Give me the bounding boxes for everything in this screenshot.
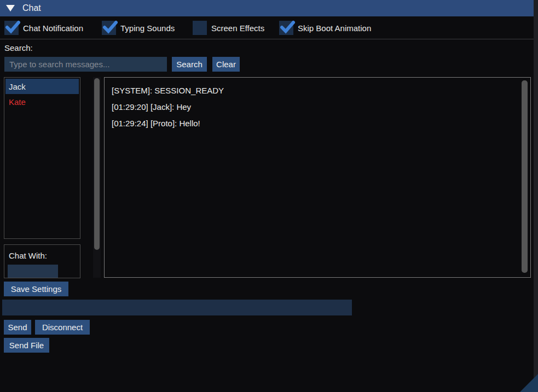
user-list-item-jack[interactable]: Jack: [5, 79, 79, 94]
checkbox-icon[interactable]: [102, 21, 116, 35]
chat-log[interactable]: [SYSTEM]: SESSION_READY [01:29:20] [Jack…: [104, 77, 531, 278]
scrollbar-thumb[interactable]: [94, 78, 100, 250]
chat-panel-header[interactable]: Chat: [0, 0, 534, 16]
divider: [0, 39, 534, 39]
chat-window: Chat Chat Notification Typing Sounds Scr…: [0, 0, 538, 392]
chat-message: [01:29:20] [Jack]: Hey: [112, 99, 523, 115]
chat-with-label: Chat With:: [9, 251, 80, 260]
chat-with-panel: Chat With:: [4, 244, 80, 278]
search-input[interactable]: [4, 57, 167, 72]
checkbox-chat-notification[interactable]: Chat Notification: [4, 21, 83, 35]
checkbox-screen-effects[interactable]: Screen Effects: [193, 21, 264, 35]
checkbox-skip-boot-animation[interactable]: Skip Boot Animation: [279, 21, 371, 35]
checkbox-label: Chat Notification: [23, 24, 83, 33]
message-list: [SYSTEM]: SESSION_READY [01:29:20] [Jack…: [105, 78, 530, 137]
chat-message: [01:29:24] [Proto]: Hello!: [112, 115, 523, 132]
right-edge-strip: [534, 0, 538, 392]
search-button[interactable]: Search: [172, 57, 207, 72]
save-settings-button[interactable]: Save Settings: [4, 282, 68, 296]
panel-title: Chat: [22, 3, 41, 13]
chat-with-input[interactable]: [8, 265, 58, 278]
clear-button[interactable]: Clear: [212, 57, 240, 72]
checkbox-icon[interactable]: [279, 21, 293, 35]
search-label: Search:: [4, 43, 33, 52]
chat-scrollbar-thumb[interactable]: [522, 80, 528, 273]
checkbox-label: Screen Effects: [211, 24, 264, 33]
resize-grip[interactable]: [520, 374, 538, 392]
checkbox-label: Typing Sounds: [120, 24, 175, 33]
checkbox-label: Skip Boot Animation: [298, 24, 371, 33]
checkbox-typing-sounds[interactable]: Typing Sounds: [102, 21, 175, 35]
chat-message: [SYSTEM]: SESSION_READY: [112, 83, 523, 99]
collapse-triangle-icon: [6, 5, 15, 11]
checkbox-icon[interactable]: [4, 21, 19, 35]
user-list: Jack Kate: [4, 77, 80, 239]
send-button[interactable]: Send: [4, 320, 31, 335]
send-file-button[interactable]: Send File: [4, 338, 49, 353]
disconnect-button[interactable]: Disconnect: [35, 320, 90, 335]
user-list-item-kate[interactable]: Kate: [5, 94, 79, 109]
checkbox-icon[interactable]: [193, 21, 207, 35]
message-input[interactable]: [2, 300, 352, 315]
